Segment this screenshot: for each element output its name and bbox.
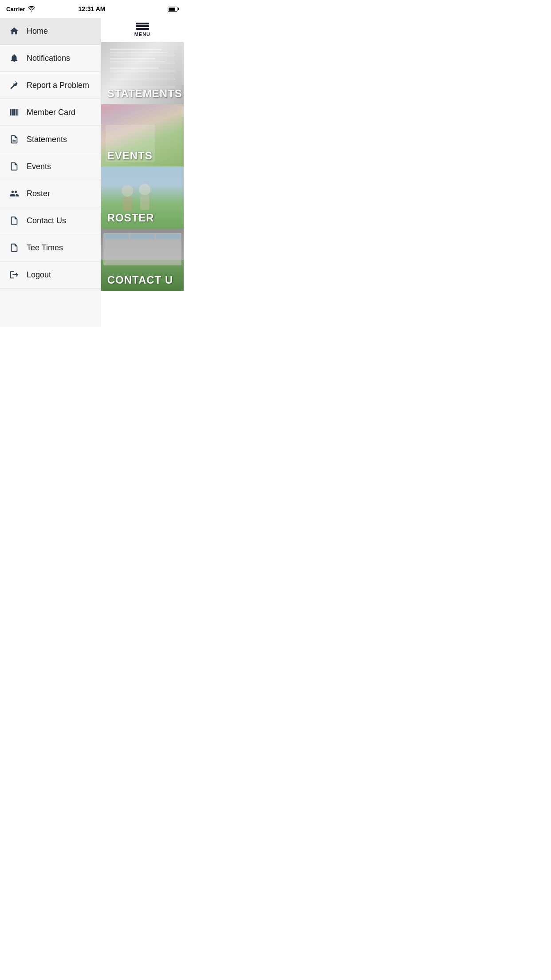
tile-events[interactable]: EVENTS — [101, 104, 184, 166]
tile-label-contact: CONTACT U — [107, 274, 173, 286]
contact-overlay: CONTACT U — [101, 269, 184, 291]
menu-button[interactable]: MENU — [134, 23, 150, 37]
sidebar: Home Notifications Report a Problem Memb… — [0, 18, 101, 327]
sidebar-item-tee-times[interactable]: Tee Times — [0, 234, 101, 261]
sidebar-label-events: Events — [27, 162, 51, 171]
sidebar-item-roster[interactable]: Roster — [0, 180, 101, 207]
menu-header[interactable]: MENU — [101, 18, 184, 42]
hamburger-line-3 — [136, 28, 149, 30]
hamburger-line-2 — [136, 25, 149, 27]
tile-label-events: EVENTS — [107, 150, 153, 162]
content-panel: MENU STATEMENTS — [101, 18, 184, 327]
wrench-icon — [8, 79, 20, 91]
tile-contact[interactable]: CONTACT U — [101, 229, 184, 291]
status-right — [168, 7, 177, 12]
sidebar-label-report-problem: Report a Problem — [27, 81, 89, 90]
sidebar-item-home[interactable]: Home — [0, 18, 101, 45]
sidebar-item-report-problem[interactable]: Report a Problem — [0, 72, 101, 99]
tile-label-roster: ROSTER — [107, 212, 154, 224]
status-bar: Carrier 12:31 AM — [0, 0, 184, 18]
menu-text-label: MENU — [134, 32, 150, 37]
bell-icon — [8, 52, 20, 64]
app-container: Home Notifications Report a Problem Memb… — [0, 18, 184, 327]
status-left: Carrier — [6, 6, 35, 12]
sidebar-item-statements[interactable]: Statements — [0, 126, 101, 153]
carrier-label: Carrier — [6, 6, 25, 12]
home-icon — [8, 25, 20, 37]
battery-icon — [168, 7, 177, 12]
svg-rect-1 — [12, 109, 12, 116]
svg-rect-5 — [16, 109, 16, 116]
statements-icon — [8, 133, 20, 146]
wifi-icon — [28, 6, 35, 12]
sidebar-label-notifications: Notifications — [27, 54, 70, 63]
logout-icon — [8, 269, 20, 281]
svg-rect-3 — [13, 109, 14, 116]
barcode-icon — [8, 106, 20, 119]
sidebar-label-logout: Logout — [27, 270, 51, 280]
roster-overlay: ROSTER — [101, 207, 184, 229]
sidebar-label-roster: Roster — [27, 189, 50, 198]
sidebar-item-contact-us[interactable]: Contact Us — [0, 207, 101, 234]
sidebar-label-statements: Statements — [27, 135, 67, 144]
sidebar-item-logout[interactable]: Logout — [0, 261, 101, 288]
sidebar-item-member-card[interactable]: Member Card — [0, 99, 101, 126]
svg-point-10 — [139, 184, 150, 195]
events-overlay: EVENTS — [101, 145, 184, 166]
svg-rect-2 — [12, 109, 13, 116]
tee-times-icon — [8, 241, 20, 254]
people-icon — [8, 187, 20, 200]
battery-fill — [169, 8, 175, 11]
svg-rect-6 — [16, 109, 17, 116]
svg-rect-4 — [14, 109, 15, 116]
tile-statements[interactable]: STATEMENTS — [101, 42, 184, 104]
sidebar-label-member-card: Member Card — [27, 108, 75, 117]
sidebar-item-events[interactable]: Events — [0, 153, 101, 180]
tile-last[interactable] — [101, 291, 184, 327]
sidebar-item-notifications[interactable]: Notifications — [0, 45, 101, 72]
hamburger-line-1 — [136, 23, 149, 24]
events-icon — [8, 160, 20, 173]
time-display: 12:31 AM — [79, 5, 106, 12]
tile-roster[interactable]: ROSTER — [101, 166, 184, 229]
sidebar-label-home: Home — [27, 27, 48, 36]
svg-rect-0 — [10, 109, 11, 116]
contact-icon — [8, 214, 20, 227]
sidebar-label-tee-times: Tee Times — [27, 243, 63, 253]
svg-point-8 — [122, 185, 133, 197]
tile-label-statements: STATEMENTS — [107, 87, 182, 99]
sidebar-label-contact-us: Contact Us — [27, 216, 66, 225]
statements-overlay: STATEMENTS — [101, 83, 184, 104]
svg-rect-7 — [17, 109, 18, 116]
